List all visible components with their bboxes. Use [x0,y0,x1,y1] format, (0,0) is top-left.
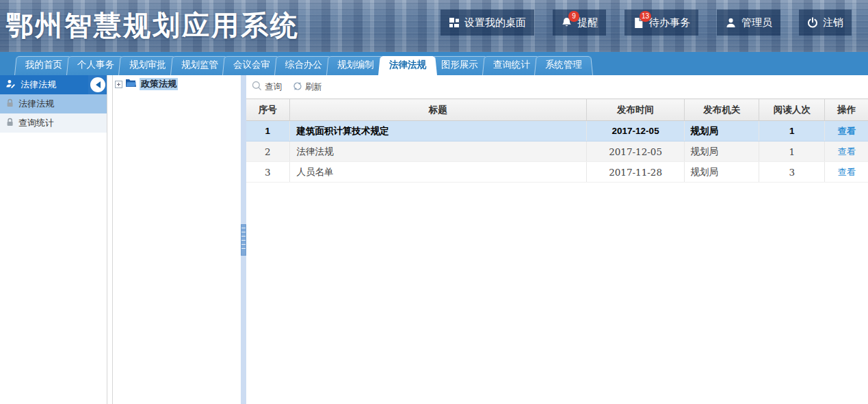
tab-personal-affairs[interactable]: 个人事务 [66,55,125,75]
cell-publish-date: 2017-12-05 [587,142,685,162]
table-row[interactable]: 1 建筑面积计算技术规定 2017-12-05 规划局 1 查看 [246,121,868,142]
column-header-publish-date: 发布时间 [587,99,685,121]
todo-tasks-label: 待办事务 [649,16,690,29]
sidebar-item-label: 法律法规 [18,98,54,110]
table-row[interactable]: 2 法律法规 2017-12-05 规划局 1 查看 [246,142,868,162]
tab-planning-supervision[interactable]: 规划监管 [170,55,229,75]
main-panel: 查询 刷新 序号 [246,75,868,404]
logout-power-icon [807,17,818,28]
tab-label: 规划审批 [129,59,166,70]
cell-read-count: 3 [759,162,825,183]
cell-title: 建筑面积计算技术规定 [289,121,586,142]
tab-system-management[interactable]: 系统管理 [534,55,593,75]
cell-publish-org: 规划局 [685,162,759,183]
tab-graphic-display[interactable]: 图形展示 [430,55,489,75]
logout-label: 注销 [823,16,843,29]
tab-label: 综合办公 [285,59,322,70]
app-title: 鄂州智慧规划应用系统 [5,7,300,44]
reminders-badge: 9 [568,11,579,22]
cell-no: 3 [246,162,289,183]
table-header-row: 序号 标题 发布时间 发布机关 阅读人次 操作 [246,99,868,121]
tab-label: 会议会审 [233,59,270,70]
set-desktop-label: 设置我的桌面 [464,16,526,29]
tab-label: 规划编制 [337,59,374,70]
tab-general-office[interactable]: 综合办公 [274,55,333,75]
refresh-button[interactable]: 刷新 [293,81,322,93]
sidebar-header: 法律法规 [0,75,107,94]
column-header-actions: 操作 [825,99,868,121]
banner-actions: 设置我的桌面 9 提醒 13 待办事务 [440,10,852,36]
desktop-grid-icon [449,17,460,28]
lock-icon [6,118,14,129]
tab-laws-regulations[interactable]: 法律法规 [378,55,437,75]
view-link[interactable]: 查看 [838,126,856,136]
bell-icon: 9 [561,17,573,29]
panel-splitter[interactable] [241,75,246,404]
refresh-button-label: 刷新 [305,81,322,93]
admin-user-button[interactable]: 管理员 [717,10,780,36]
content-area: 法律法规 法律法规 查询统计 [0,75,868,404]
splitter-grip-handle[interactable] [241,224,246,256]
sidebar-item-query-statistics[interactable]: 查询统计 [0,113,107,133]
tab-label: 查询统计 [493,59,530,70]
cell-title: 人员名单 [289,162,586,183]
query-button[interactable]: 查询 [252,81,282,93]
tab-label: 个人事务 [77,59,114,70]
chevron-left-icon [96,81,101,88]
main-tabbar: 我的首页 个人事务 规划审批 规划监管 会议会审 综合办公 规划编制 法律法规 … [0,52,868,75]
query-button-label: 查询 [265,81,282,93]
cell-no: 2 [246,142,289,162]
tree-node-label: 政策法规 [140,78,178,90]
refresh-icon [293,81,302,93]
cell-publish-org: 规划局 [685,142,759,162]
user-edit-icon [5,79,16,91]
cell-publish-date: 2017-12-05 [587,121,685,142]
sidebar: 法律法规 法律法规 查询统计 [0,75,107,404]
regulations-table: 序号 标题 发布时间 发布机关 阅读人次 操作 1 建筑面积计算技术规定 201… [246,98,868,183]
tab-planning-approval[interactable]: 规划审批 [118,55,177,75]
tab-label: 规划监管 [181,59,218,70]
todo-tasks-button[interactable]: 13 待办事务 [624,10,698,36]
lock-icon [6,98,14,109]
view-link[interactable]: 查看 [838,167,856,177]
view-link[interactable]: 查看 [838,146,856,157]
logout-button[interactable]: 注销 [799,10,852,36]
tab-label: 系统管理 [545,59,582,70]
tab-label: 法律法规 [389,59,426,70]
folder-open-icon [125,78,137,90]
sidebar-header-label: 法律法规 [21,79,56,91]
tab-label: 我的首页 [25,59,62,70]
column-header-no: 序号 [246,99,289,121]
search-icon [252,81,262,93]
cell-title: 法律法规 [289,142,586,162]
admin-user-label: 管理员 [741,16,772,29]
table-row[interactable]: 3 人员名单 2017-11-28 规划局 3 查看 [246,162,868,183]
cell-read-count: 1 [759,142,825,162]
list-toolbar: 查询 刷新 [246,75,868,98]
column-header-read-count: 阅读人次 [759,99,825,121]
tab-query-statistics[interactable]: 查询统计 [482,55,541,75]
tab-planning-compilation[interactable]: 规划编制 [326,55,385,75]
todo-doc-icon: 13 [633,17,644,29]
tree-expand-icon[interactable] [115,81,122,88]
tab-meeting-review[interactable]: 会议会审 [222,55,281,75]
sidebar-item-label: 查询统计 [18,117,54,129]
tab-my-home[interactable]: 我的首页 [14,55,73,75]
todo-tasks-badge: 13 [640,11,651,22]
sidebar-item-laws-regulations[interactable]: 法律法规 [0,94,107,113]
sidebar-collapse-button[interactable] [88,75,107,94]
user-icon [725,17,737,29]
reminders-label: 提醒 [577,16,598,29]
tree-node-policy-regulations[interactable]: 政策法规 [115,78,239,90]
set-desktop-button[interactable]: 设置我的桌面 [440,10,534,36]
column-header-publish-org: 发布机关 [685,99,759,121]
tree-panel: 政策法规 [112,75,241,404]
tab-label: 图形展示 [441,59,478,70]
sidebar-gutter [107,75,112,404]
app-banner: 鄂州智慧规划应用系统 设置我的桌面 9 提醒 [0,0,868,52]
reminders-button[interactable]: 9 提醒 [553,10,606,36]
cell-no: 1 [246,121,289,142]
cell-read-count: 1 [759,121,825,142]
column-header-title: 标题 [289,99,586,121]
cell-publish-date: 2017-11-28 [587,162,685,183]
